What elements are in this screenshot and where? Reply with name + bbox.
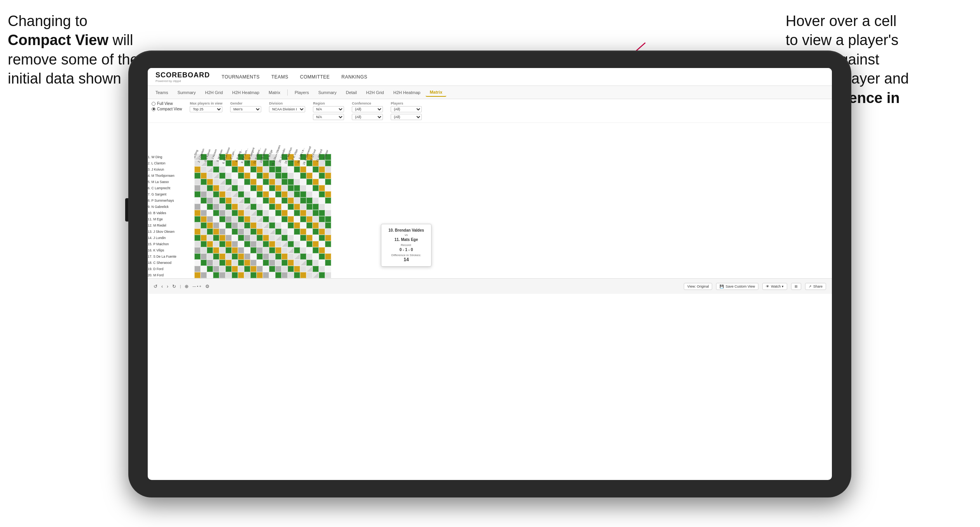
grid-cell[interactable] [225, 260, 232, 266]
grid-cell[interactable] [263, 229, 269, 235]
grid-cell[interactable] [194, 210, 201, 216]
grid-cell[interactable] [232, 272, 238, 278]
grid-cell[interactable] [250, 166, 257, 173]
region-select[interactable]: N/A [313, 106, 344, 112]
grid-cell[interactable] [269, 216, 275, 222]
grid-cell[interactable] [207, 272, 213, 278]
grid-cell[interactable] [275, 185, 281, 191]
grid-cell[interactable] [300, 166, 306, 173]
grid-cell[interactable] [219, 210, 225, 216]
grid-cell[interactable] [313, 247, 319, 253]
grid-cell[interactable] [257, 266, 263, 272]
region-select2[interactable]: N/A [313, 114, 344, 120]
grid-cell[interactable] [201, 266, 207, 272]
players-select2[interactable]: (All) [391, 114, 422, 120]
grid-cell[interactable] [225, 247, 232, 253]
grid-cell[interactable] [194, 260, 201, 266]
grid-cell[interactable] [269, 260, 275, 266]
grid-cell[interactable] [213, 197, 219, 204]
grid-cell[interactable] [201, 260, 207, 266]
grid-cell[interactable] [244, 173, 250, 179]
grid-cell[interactable] [325, 222, 331, 229]
grid-cell[interactable] [263, 253, 269, 260]
grid-cell[interactable] [319, 204, 325, 210]
grid-cell[interactable] [201, 210, 207, 216]
grid-cell[interactable] [325, 197, 331, 204]
grid-cell[interactable] [244, 179, 250, 185]
grid-cell[interactable] [257, 204, 263, 210]
grid-cell[interactable] [250, 185, 257, 191]
grid-cell[interactable] [325, 185, 331, 191]
grid-cell[interactable] [219, 216, 225, 222]
grid-cell[interactable] [219, 253, 225, 260]
grid-cell[interactable] [269, 197, 275, 204]
grid-cell[interactable] [275, 191, 281, 197]
grid-cell[interactable] [294, 185, 300, 191]
grid-cell[interactable] [219, 191, 225, 197]
grid-cell[interactable] [225, 241, 232, 247]
grid-cell[interactable] [269, 210, 275, 216]
grid-cell[interactable] [275, 266, 281, 272]
grid-cell[interactable] [263, 235, 269, 241]
grid-cell[interactable] [300, 173, 306, 179]
grid-cell[interactable] [201, 166, 207, 173]
grid-cell[interactable] [319, 266, 325, 272]
grid-cell[interactable] [201, 253, 207, 260]
grid-cell[interactable] [238, 235, 244, 241]
grid-cell[interactable] [263, 272, 269, 278]
grid-cell[interactable] [288, 191, 294, 197]
grid-cell[interactable] [281, 229, 288, 235]
grid-cell[interactable] [275, 179, 281, 185]
grid-cell[interactable] [288, 272, 294, 278]
grid-cell[interactable] [225, 216, 232, 222]
grid-cell[interactable] [232, 260, 238, 266]
grid-cell[interactable] [313, 210, 319, 216]
grid-cell[interactable] [281, 241, 288, 247]
grid-cell[interactable] [194, 229, 201, 235]
sub-nav-h2h-heatmap2[interactable]: H2H Heatmap [390, 89, 424, 96]
grid-cell[interactable] [232, 204, 238, 210]
grid-cell[interactable] [294, 266, 300, 272]
grid-cell[interactable] [306, 197, 313, 204]
grid-cell[interactable] [294, 173, 300, 179]
grid-cell[interactable] [300, 210, 306, 216]
grid-cell[interactable] [238, 222, 244, 229]
grid-cell[interactable] [250, 216, 257, 222]
grid-cell[interactable] [288, 222, 294, 229]
grid-cell[interactable] [281, 266, 288, 272]
grid-cell[interactable] [281, 260, 288, 266]
grid-cell[interactable] [250, 272, 257, 278]
grid-cell[interactable] [257, 272, 263, 278]
grid-cell[interactable] [288, 229, 294, 235]
grid-cell[interactable] [325, 229, 331, 235]
grid-cell[interactable] [213, 266, 219, 272]
grid-cell[interactable] [300, 229, 306, 235]
grid-cell[interactable] [250, 247, 257, 253]
grid-cell[interactable] [250, 210, 257, 216]
grid-cell[interactable] [194, 173, 201, 179]
grid-cell[interactable] [213, 179, 219, 185]
grid-cell[interactable] [207, 204, 213, 210]
grid-cell[interactable] [269, 222, 275, 229]
grid-cell[interactable] [313, 260, 319, 266]
grid-cell[interactable] [325, 241, 331, 247]
grid-cell[interactable] [288, 185, 294, 191]
share-btn[interactable]: ↗ Share [805, 283, 826, 290]
grid-cell[interactable] [207, 210, 213, 216]
grid-cell[interactable] [244, 222, 250, 229]
grid-cell[interactable] [275, 204, 281, 210]
grid-cell[interactable] [313, 235, 319, 241]
grid-cell[interactable] [306, 185, 313, 191]
grid-cell[interactable] [244, 191, 250, 197]
grid-cell[interactable] [257, 185, 263, 191]
grid-cell[interactable] [325, 216, 331, 222]
grid-cell[interactable] [194, 235, 201, 241]
grid-cell[interactable] [225, 210, 232, 216]
grid-cell[interactable] [207, 247, 213, 253]
grid-cell[interactable] [281, 253, 288, 260]
sub-nav-matrix2[interactable]: Matrix [426, 88, 446, 97]
grid-cell[interactable] [313, 173, 319, 179]
grid-cell[interactable] [288, 197, 294, 204]
grid-cell[interactable] [238, 216, 244, 222]
grid-cell[interactable] [238, 173, 244, 179]
